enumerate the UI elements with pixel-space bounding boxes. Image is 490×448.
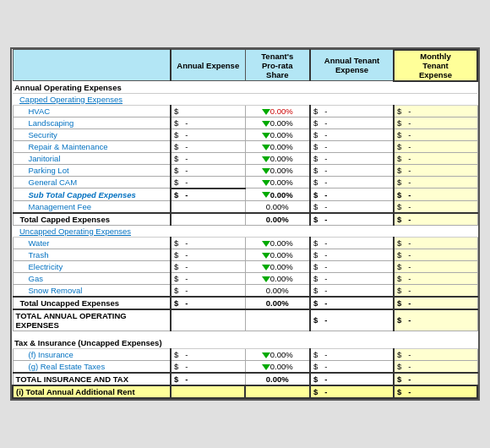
landscaping-monthly: $ -	[394, 117, 477, 128]
total-annual-operating-prorata	[245, 309, 310, 331]
management-fee-annual	[171, 200, 245, 213]
total-capped-label: Total Capped Expenses	[13, 213, 171, 226]
janitorial-label: Janitorial	[13, 152, 171, 164]
total-capped-annual-tenant: $ -	[310, 213, 394, 226]
row-total-annual-operating: TOTAL ANNUAL OPERATING EXPENSES $ - $ -	[13, 309, 477, 331]
subtotal-capped-triangle	[262, 192, 270, 198]
total-insurance-tax-prorata: 0.00%	[245, 373, 310, 385]
parking-prorata: 0.00%	[245, 164, 310, 176]
subsection-label: Capped Operating Expenses	[13, 93, 477, 105]
management-fee-label: Management Fee	[13, 200, 171, 213]
real-estate-annual-tenant: $ -	[310, 361, 394, 374]
header-prorata: Tenant'sPro-rataShare	[245, 50, 310, 81]
tax-insurance-label: Tax & Insurance (Uncapped Expenses)	[13, 337, 477, 349]
hvac-monthly: $ -	[394, 105, 477, 117]
security-annual-tenant: $ -	[310, 128, 394, 140]
repair-dollar: $ -	[171, 140, 245, 152]
header-label	[13, 50, 171, 81]
total-capped-annual	[171, 213, 245, 226]
water-label: Water	[13, 237, 171, 249]
total-annual-operating-tenant: $ -	[310, 309, 394, 331]
janitorial-monthly: $ -	[394, 152, 477, 164]
security-triangle	[262, 133, 270, 139]
row-gas: Gas $ - 0.00% $ - $ -	[13, 272, 477, 284]
general-cam-triangle	[262, 180, 270, 186]
hvac-label: HVAC	[13, 105, 171, 117]
total-uncapped-prorata: 0.00%	[245, 297, 310, 309]
row-security: Security $ - 0.00% $ - $ -	[13, 128, 477, 140]
subsection-uncapped: Uncapped Operating Expenses	[13, 225, 477, 237]
security-label: Security	[13, 128, 171, 140]
insurance-triangle	[262, 352, 270, 358]
janitorial-prorata: 0.00%	[245, 152, 310, 164]
landscaping-dollar: $ -	[171, 117, 245, 128]
row-landscaping: Landscaping $ - 0.00% $ - $ -	[13, 117, 477, 128]
header-row: Annual Expense Tenant'sPro-rataShare Ann…	[13, 50, 477, 81]
water-prorata: 0.00%	[245, 237, 310, 249]
management-fee-annual-tenant: $ -	[310, 200, 394, 213]
management-fee-prorata: 0.00%	[245, 200, 310, 213]
subtotal-capped-dollar: $ -	[171, 188, 245, 201]
row-janitorial: Janitorial $ - 0.00% $ - $ -	[13, 152, 477, 164]
total-annual-operating-annual	[171, 309, 245, 331]
total-insurance-tax-label: TOTAL INSURANCE AND TAX	[13, 373, 171, 385]
water-annual-tenant: $ -	[310, 237, 394, 249]
electricity-label: Electricity	[13, 260, 171, 272]
parking-annual-tenant: $ -	[310, 164, 394, 176]
hvac-annual-tenant: $ -	[310, 105, 394, 117]
total-insurance-tax-dollar: $ -	[171, 373, 245, 385]
water-triangle	[262, 241, 270, 247]
subsection-capped: Capped Operating Expenses	[13, 93, 477, 105]
real-estate-triangle	[262, 364, 270, 370]
row-management-fee: Management Fee 0.00% $ - $ -	[13, 200, 477, 213]
electricity-annual-tenant: $ -	[310, 260, 394, 272]
row-water: Water $ - 0.00% $ - $ -	[13, 237, 477, 249]
landscaping-prorata: 0.00%	[245, 117, 310, 128]
subtotal-capped-annual-tenant: $ -	[310, 188, 394, 201]
total-capped-monthly: $ -	[394, 213, 477, 226]
management-fee-monthly: $ -	[394, 200, 477, 213]
snow-removal-dollar: $ -	[171, 284, 245, 297]
hvac-triangle	[262, 109, 270, 115]
row-trash: Trash $ - 0.00% $ - $ -	[13, 249, 477, 260]
row-general-cam: General CAM $ - 0.00% $ - $ -	[13, 176, 477, 188]
trash-prorata: 0.00%	[245, 249, 310, 260]
row-total-capped: Total Capped Expenses 0.00% $ - $ -	[13, 213, 477, 226]
subsection-uncapped-label: Uncapped Operating Expenses	[13, 225, 477, 237]
parking-dollar: $ -	[171, 164, 245, 176]
row-total-uncapped: Total Uncapped Expenses $ - 0.00% $ - $ …	[13, 297, 477, 309]
electricity-prorata: 0.00%	[245, 260, 310, 272]
janitorial-annual-tenant: $ -	[310, 152, 394, 164]
general-cam-dollar: $ -	[171, 176, 245, 188]
hvac-prorata: 0.00%	[245, 105, 310, 117]
water-monthly: $ -	[394, 237, 477, 249]
row-snow-removal: Snow Removal $ - 0.00% $ - $ -	[13, 284, 477, 297]
real-estate-label: (g) Real Estate Taxes	[13, 361, 171, 374]
total-uncapped-label: Total Uncapped Expenses	[13, 297, 171, 309]
header-monthly-tenant: MonthlyTenantExpense	[394, 50, 477, 81]
insurance-label: (f) Insurance	[13, 349, 171, 361]
security-dollar: $ -	[171, 128, 245, 140]
gas-dollar: $ -	[171, 272, 245, 284]
header-annual-tenant: Annual Tenant Expense	[310, 50, 394, 81]
total-uncapped-dollar: $ -	[171, 297, 245, 309]
landscaping-annual-tenant: $ -	[310, 117, 394, 128]
electricity-monthly: $ -	[394, 260, 477, 272]
spreadsheet: Annual Expense Tenant'sPro-rataShare Ann…	[10, 47, 480, 402]
parking-monthly: $ -	[394, 164, 477, 176]
gas-annual-tenant: $ -	[310, 272, 394, 284]
row-parking: Parking Lot $ - 0.00% $ - $ -	[13, 164, 477, 176]
total-additional-rent-monthly: $ -	[394, 385, 477, 398]
trash-label: Trash	[13, 249, 171, 260]
subtotal-capped-label: Sub Total Capped Expenses	[13, 188, 171, 201]
row-total-insurance-tax: TOTAL INSURANCE AND TAX $ - 0.00% $ - $ …	[13, 373, 477, 385]
subtotal-capped-prorata: 0.00%	[245, 188, 310, 201]
real-estate-monthly: $ -	[394, 361, 477, 374]
section-label: Annual Operating Expenses	[13, 81, 477, 94]
row-subtotal-capped: Sub Total Capped Expenses $ - 0.00% $ - …	[13, 188, 477, 201]
insurance-monthly: $ -	[394, 349, 477, 361]
general-cam-annual-tenant: $ -	[310, 176, 394, 188]
header-annual: Annual Expense	[171, 50, 245, 81]
parking-label: Parking Lot	[13, 164, 171, 176]
section-tax-insurance: Tax & Insurance (Uncapped Expenses)	[13, 337, 477, 349]
